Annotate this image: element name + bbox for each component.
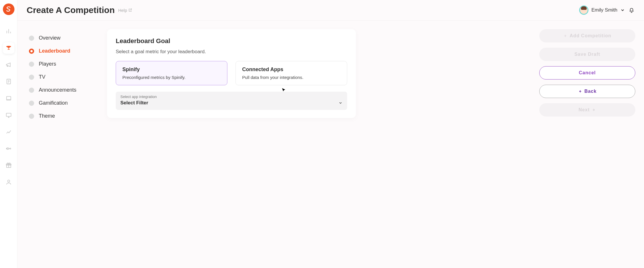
header: Create A Competition Help Emily Smith: [17, 0, 644, 21]
user-menu[interactable]: Emily Smith: [579, 5, 625, 15]
card-title: Leaderboard Goal: [116, 37, 347, 45]
option-desc: Pull data from your integrations.: [242, 75, 341, 80]
option-spinify[interactable]: Spinify Preconfigured metrics by Spinify…: [116, 61, 227, 85]
step-label: Announcements: [39, 87, 76, 93]
card-subtitle: Select a goal metric for your leaderboar…: [116, 49, 347, 55]
step-label: Players: [39, 61, 56, 67]
external-link-icon: [128, 8, 132, 12]
step-dot: [29, 101, 34, 106]
step-players[interactable]: Players: [29, 58, 107, 71]
step-dot: [29, 36, 34, 41]
leaderboard-goal-card: Leaderboard Goal Select a goal metric fo…: [107, 29, 356, 118]
button-label: Next: [579, 107, 590, 112]
step-tv[interactable]: TV: [29, 71, 107, 84]
bell-icon[interactable]: [628, 7, 635, 13]
step-gamification[interactable]: Gamification: [29, 97, 107, 110]
select-value: Select Filter: [120, 100, 148, 106]
button-label: Cancel: [579, 70, 596, 75]
avatar: [579, 5, 588, 15]
button-label: Back: [584, 89, 597, 94]
nav-icon-competitions[interactable]: [3, 42, 14, 54]
step-dot: [29, 75, 34, 80]
arrow-right-icon: [592, 108, 596, 112]
brand-logo[interactable]: [3, 3, 14, 15]
option-desc: Preconfigured metrics by Spinify.: [122, 75, 221, 80]
help-link-label: Help: [118, 8, 127, 13]
step-theme[interactable]: Theme: [29, 110, 107, 123]
step-dot: [29, 62, 34, 67]
plus-icon: [563, 34, 567, 38]
nav-icon-library[interactable]: [3, 93, 14, 104]
svg-point-7: [8, 180, 10, 182]
nav-icon-rewards[interactable]: [3, 160, 14, 171]
help-link[interactable]: Help: [118, 8, 132, 13]
step-overview[interactable]: Overview: [29, 32, 107, 45]
nav-icon-dashboard[interactable]: [3, 25, 14, 37]
next-button[interactable]: Next: [539, 103, 635, 117]
back-button[interactable]: Back: [539, 85, 635, 98]
nav-rail: [0, 0, 17, 268]
nav-icon-users[interactable]: [3, 176, 14, 188]
step-dot: [29, 114, 34, 119]
svg-rect-2: [6, 113, 11, 117]
step-dot-active: [29, 49, 34, 54]
option-connected-apps[interactable]: Connected Apps Pull data from your integ…: [235, 61, 347, 85]
nav-icon-coaching[interactable]: [3, 143, 14, 154]
cancel-button[interactable]: Cancel: [539, 66, 635, 80]
step-label: Leaderboard: [39, 48, 70, 54]
select-label: Select app integration: [120, 95, 343, 99]
integration-select-group: Select app integration Select Filter: [116, 92, 347, 110]
step-leaderboard[interactable]: Leaderboard: [29, 45, 107, 58]
step-announcements[interactable]: Announcements: [29, 84, 107, 97]
actions-panel: Add Competition Save Draft Cancel Back N…: [531, 29, 641, 268]
option-title: Connected Apps: [242, 66, 341, 73]
page-title: Create A Competition: [27, 5, 115, 15]
integration-select[interactable]: Select Filter: [120, 100, 343, 106]
button-label: Save Draft: [574, 52, 600, 57]
chevron-down-icon: [620, 8, 625, 12]
nav-icon-analytics[interactable]: [3, 126, 14, 138]
nav-icon-reports[interactable]: [3, 76, 14, 87]
step-label: Theme: [39, 113, 55, 119]
chevron-down-icon: [338, 101, 343, 105]
steps-sidebar: Overview Leaderboard Players TV Announce…: [29, 29, 107, 268]
option-title: Spinify: [122, 66, 221, 73]
step-label: TV: [39, 74, 45, 80]
arrow-left-icon: [578, 89, 582, 93]
svg-point-3: [7, 148, 9, 149]
step-label: Overview: [39, 35, 60, 41]
user-name: Emily Smith: [591, 7, 617, 13]
add-competition-button[interactable]: Add Competition: [539, 29, 635, 42]
button-label: Add Competition: [570, 33, 611, 38]
step-label: Gamification: [39, 100, 68, 106]
nav-icon-screens[interactable]: [3, 109, 14, 121]
save-draft-button[interactable]: Save Draft: [539, 48, 635, 61]
step-dot: [29, 88, 34, 93]
nav-icon-announcements[interactable]: [3, 59, 14, 71]
svg-point-4: [10, 148, 11, 149]
